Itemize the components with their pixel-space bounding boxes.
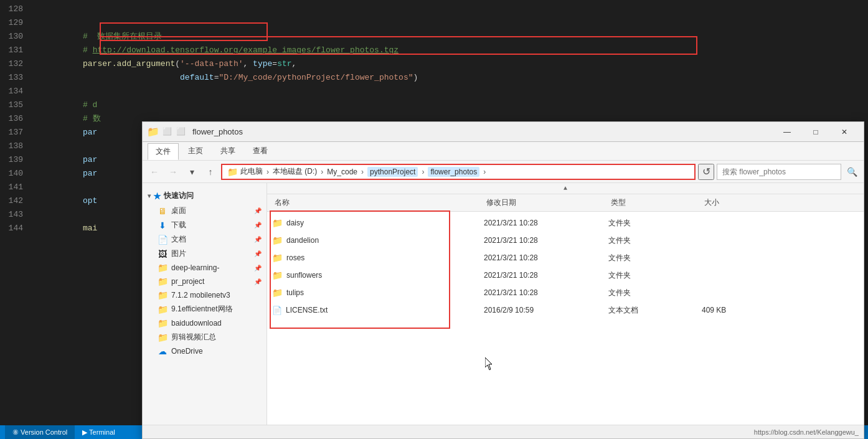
dropdown-button[interactable]: ▾	[184, 164, 200, 180]
quick-access-header: ▾ ★ 快速访问	[143, 188, 267, 204]
code-line-128	[28, 2, 868, 16]
tulips-modified: 2021/3/21 10:28	[484, 288, 608, 297]
nav-pictures-label: 图片	[171, 248, 186, 259]
file-row-tulips[interactable]: 📁 tulips 2021/3/21 10:28 文件夹	[267, 284, 864, 301]
daisy-type: 文件夹	[608, 218, 702, 229]
minimize-button[interactable]: —	[773, 122, 801, 142]
baidudownload-icon: 📁	[158, 318, 167, 328]
file-row-sunflowers[interactable]: 📁 sunflowers 2021/3/21 10:28 文件夹	[267, 267, 864, 284]
onedrive-icon: ☁	[158, 346, 167, 356]
path-flower-photos: flower_photos	[428, 167, 479, 177]
forward-button[interactable]: →	[165, 164, 181, 180]
nav-mobilenet[interactable]: 📁 7.1.2 mobilenetv3	[143, 288, 267, 302]
tulips-label: tulips	[286, 288, 304, 297]
search-input[interactable]	[717, 164, 841, 180]
line-numbers: 128 129 130 131 132 133 134 135 136 137 …	[0, 0, 28, 439]
ribbon-tab-home[interactable]: 主页	[180, 143, 211, 159]
license-size: 409 KB	[702, 306, 764, 314]
sunflowers-type: 文件夹	[608, 270, 702, 281]
file-explorer-statusbar: https://blog.csdn.net/Kelanggewu_	[143, 425, 864, 438]
deeplearning-icon: 📁	[158, 263, 167, 273]
code-line-132: default="D:/My_code/pythonProject/flower…	[28, 57, 868, 71]
file-row-license[interactable]: 📄 LICENSE.txt 2016/2/9 10:59 文本文档 409 KB	[267, 301, 864, 319]
ribbon-tab-file[interactable]: 文件	[148, 143, 179, 160]
code-line-131: parser.add_argument('--data-path', type=…	[28, 44, 868, 57]
license-type: 文本文档	[608, 305, 702, 316]
ribbon-tab-share[interactable]: 共享	[212, 143, 243, 159]
nav-desktop[interactable]: 🖥 桌面 📌	[143, 204, 267, 218]
license-file-icon: 📄	[272, 306, 282, 315]
maximize-button[interactable]: □	[801, 122, 830, 142]
nav-onedrive-label: OneDrive	[171, 347, 203, 356]
file-explorer-titlebar: 📁 ⬜ ⬜ flower_photos — □ ✕	[143, 122, 864, 142]
sunflowers-label: sunflowers	[286, 271, 322, 280]
license-label: LICENSE.txt	[286, 306, 328, 314]
file-name-sunflowers: 📁 sunflowers	[272, 270, 484, 280]
code-line-129: # 数据集所在根目录	[28, 16, 868, 30]
col-header-name[interactable]: 名称	[272, 197, 484, 208]
file-row-dandelion[interactable]: 📁 dandelion 2021/3/21 10:28 文件夹	[267, 232, 864, 249]
close-button[interactable]: ✕	[830, 122, 859, 142]
efficientnet-icon: 📁	[158, 304, 167, 314]
daisy-folder-icon: 📁	[272, 218, 283, 228]
file-name-roses: 📁 roses	[272, 253, 484, 263]
search-button[interactable]: 🔍	[844, 164, 860, 180]
nav-deeplearning[interactable]: 📁 deep-learning- 📌	[143, 261, 267, 275]
nav-deeplearning-label: deep-learning-	[171, 263, 219, 272]
version-control-tab[interactable]: ⑧ Version Control	[5, 425, 75, 439]
status-url: https://blog.csdn.net/Kelanggewu_	[754, 428, 859, 436]
nav-mobilenet-label: 7.1.2 mobilenetv3	[171, 291, 230, 300]
col-header-type[interactable]: 类型	[608, 197, 702, 208]
dandelion-folder-icon: 📁	[272, 235, 283, 245]
address-bar: ← → ▾ ↑ 📁 此电脑 › 本地磁盘 (D:) › My_code › py…	[143, 161, 864, 183]
nav-prproject[interactable]: 📁 pr_project 📌	[143, 275, 267, 288]
path-local-disk: 本地磁盘 (D:)	[273, 166, 317, 177]
quick-access-label: 快速访问	[164, 191, 194, 201]
col-header-modified[interactable]: 修改日期	[484, 197, 608, 208]
ribbon-bar: 文件 主页 共享 查看	[143, 142, 864, 161]
sunflowers-folder-icon: 📁	[272, 270, 283, 280]
file-explorer-title: flower_photos	[192, 127, 243, 136]
nav-onedrive[interactable]: ☁ OneDrive	[143, 344, 267, 358]
dandelion-modified: 2021/3/21 10:28	[484, 236, 608, 245]
up-button[interactable]: ↑	[202, 164, 219, 180]
nav-efficientnet[interactable]: 📁 9.1efficientnet网络	[143, 302, 267, 316]
col-type-label: 类型	[611, 197, 626, 208]
prproject-icon: 📁	[158, 276, 167, 286]
title-icon-3: ⬜	[175, 126, 186, 138]
file-name-dandelion: 📁 dandelion	[272, 235, 484, 245]
col-header-size[interactable]: 大小	[702, 197, 764, 208]
file-explorer-window: 📁 ⬜ ⬜ flower_photos — □ ✕ 文件 主页 共享 查看 ← …	[142, 121, 864, 439]
refresh-button[interactable]: ↺	[698, 164, 714, 180]
address-path[interactable]: 📁 此电脑 › 本地磁盘 (D:) › My_code › pythonProj…	[221, 164, 696, 180]
ribbon-tab-view[interactable]: 查看	[245, 143, 276, 159]
path-this-pc: 此电脑	[240, 166, 263, 177]
file-explorer-main: ▾ ★ 快速访问 🖥 桌面 📌 ⬇ 下载 📌 📄 文档 📌 🖼 图	[143, 183, 864, 425]
nav-panel: ▾ ★ 快速访问 🖥 桌面 📌 ⬇ 下载 📌 📄 文档 📌 🖼 图	[143, 183, 267, 425]
tulips-type: 文件夹	[608, 288, 702, 298]
nav-desktop-label: 桌面	[171, 205, 186, 216]
daisy-modified: 2021/3/21 10:28	[484, 219, 608, 227]
nav-videocompilation-label: 剪辑视频汇总	[171, 332, 216, 342]
code-line-130: # http://download.tensorflow.org/example…	[28, 30, 868, 44]
path-pythonproject: pythonProject	[367, 167, 418, 177]
back-button[interactable]: ←	[146, 164, 163, 180]
downloads-icon: ⬇	[158, 220, 167, 230]
col-size-label: 大小	[704, 197, 719, 208]
nav-pictures[interactable]: 🖼 图片 📌	[143, 247, 267, 261]
titlebar-icons: 📁 ⬜ ⬜	[148, 126, 186, 138]
nav-baidudownload-label: baidudownload	[171, 319, 222, 328]
file-name-tulips: 📁 tulips	[272, 288, 484, 298]
nav-videocompilation[interactable]: 📁 剪辑视频汇总	[143, 330, 267, 344]
nav-baidudownload[interactable]: 📁 baidudownload	[143, 316, 267, 330]
nav-documents[interactable]: 📄 文档 📌	[143, 232, 267, 247]
mouse-cursor	[485, 357, 495, 374]
sunflowers-modified: 2021/3/21 10:28	[484, 271, 608, 280]
file-row-roses[interactable]: 📁 roses 2021/3/21 10:28 文件夹	[267, 249, 864, 267]
documents-pin-icon: 📌	[254, 236, 262, 243]
mobilenet-icon: 📁	[158, 290, 167, 300]
path-folder-icon: 📁	[227, 167, 238, 177]
terminal-tab[interactable]: ▶ Terminal	[75, 425, 122, 439]
file-row-daisy[interactable]: 📁 daisy 2021/3/21 10:28 文件夹	[267, 214, 864, 232]
nav-downloads[interactable]: ⬇ 下载 📌	[143, 218, 267, 232]
